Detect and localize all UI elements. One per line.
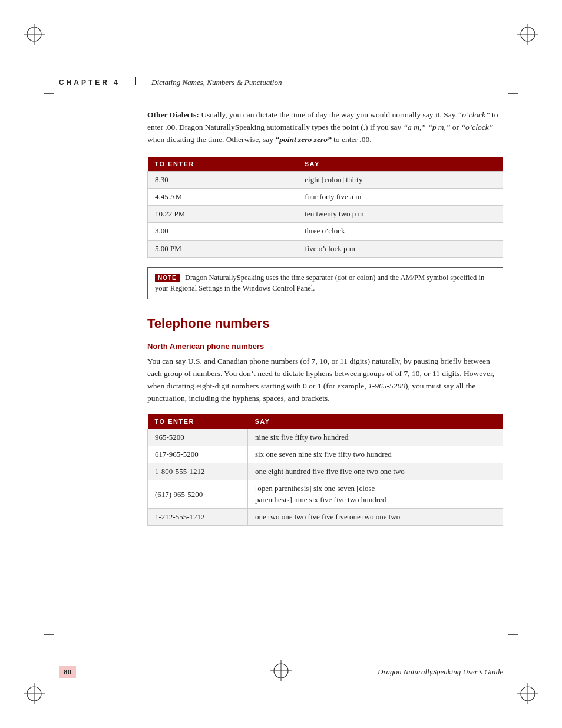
phone-table-header-enter: TO ENTER	[148, 414, 248, 429]
other-dialects-paragraph: Other Dialects: Usually, you can dictate…	[147, 109, 503, 146]
time-table-cell-enter: 4.45 AM	[148, 188, 297, 205]
time-table-row: 3.00three o’clock	[148, 223, 503, 240]
north-american-subsection-heading: North American phone numbers	[147, 342, 503, 351]
tick-right-bottom	[508, 634, 518, 635]
page-number: 80	[59, 666, 76, 678]
time-table-cell-enter: 3.00	[148, 223, 297, 240]
time-table-cell-say: three o’clock	[297, 223, 503, 240]
phone-table-cell-enter: 1-212-555-1212	[148, 508, 248, 525]
chapter-title: Dictating Names, Numbers & Punctuation	[151, 78, 282, 87]
phone-table-cell-say: one eight hundred five five five one two…	[248, 463, 503, 480]
phone-table: TO ENTER SAY 965-5200nine six five fifty…	[147, 414, 503, 526]
time-table-row: 10.22 PMten twenty two p m	[148, 206, 503, 223]
time-table-row: 8.30eight [colon] thirty	[148, 171, 503, 188]
time-table-cell-enter: 10.22 PM	[148, 206, 297, 223]
corner-mark-bl	[24, 683, 45, 704]
phone-table-row: 1-212-555-1212one two one two five five …	[148, 508, 503, 525]
phone-table-header-say: SAY	[248, 414, 503, 429]
time-table-cell-say: four forty five a m	[297, 188, 503, 205]
phone-table-cell-enter: (617) 965-5200	[148, 480, 248, 508]
phone-table-cell-say: six one seven nine six five fifty two hu…	[248, 446, 503, 463]
time-table-cell-enter: 5.00 PM	[148, 240, 297, 257]
corner-mark-tr	[517, 24, 538, 45]
chapter-label: CHAPTER 4	[59, 78, 120, 87]
phone-table-cell-enter: 965-5200	[148, 429, 248, 446]
note-label: NOTE	[155, 274, 180, 282]
other-dialects-am: “a m,”	[404, 123, 426, 131]
time-table-cell-enter: 8.30	[148, 171, 297, 188]
time-table-header-enter: TO ENTER	[148, 157, 297, 172]
phone-table-cell-say: nine six five fifty two hundred	[248, 429, 503, 446]
phone-table-row: 1-800-555-1212one eight hundred five fiv…	[148, 463, 503, 480]
other-dialects-body6: to enter .00.	[333, 135, 371, 144]
phone-table-cell-say: one two one two five five five one two o…	[248, 508, 503, 525]
time-table-row: 4.45 AMfour forty five a m	[148, 188, 503, 205]
time-table-cell-say: five o’clock p m	[297, 240, 503, 257]
phone-table-row: (617) 965-5200[open parenthesis] six one…	[148, 480, 503, 508]
telephone-section-heading: Telephone numbers	[147, 316, 503, 331]
time-table-row: 5.00 PMfive o’clock p m	[148, 240, 503, 257]
phone-table-header-row: TO ENTER SAY	[148, 414, 503, 429]
tick-right-top	[508, 93, 518, 94]
time-table-cell-say: eight [colon] thirty	[297, 171, 503, 188]
phone-table-row: 965-5200nine six five fifty two hundred	[148, 429, 503, 446]
footer-title: Dragon NaturallySpeaking User’s Guide	[378, 667, 503, 677]
time-table-header-say: SAY	[297, 157, 503, 172]
other-dialects-label: Other Dialects:	[147, 110, 199, 119]
page-header: CHAPTER 4 Dictating Names, Numbers & Pun…	[59, 77, 503, 87]
other-dialects-point-zero: “point zero zero”	[275, 135, 331, 144]
page-footer: 80 Dragon NaturallySpeaking User’s Guide	[59, 666, 503, 678]
phone-table-cell-enter: 1-800-555-1212	[148, 463, 248, 480]
page: CHAPTER 4 Dictating Names, Numbers & Pun…	[0, 0, 562, 728]
phone-table-cell-enter: 617-965-5200	[148, 446, 248, 463]
note-box: NOTE Dragon NaturallySpeaking uses the t…	[147, 267, 503, 300]
other-dialects-body4: or	[452, 123, 461, 131]
time-table-cell-say: ten twenty two p m	[297, 206, 503, 223]
main-content: Other Dialects: Usually, you can dictate…	[147, 109, 503, 535]
tick-left-top	[44, 93, 54, 94]
note-text: Dragon NaturallySpeaking uses the time s…	[155, 274, 484, 293]
footer-center-tick	[270, 660, 292, 684]
other-dialects-oclock2: “o’clock”	[461, 123, 493, 131]
other-dialects-body5: when dictating the time. Otherwise, say	[147, 135, 275, 144]
other-dialects-oclock1: “o’clock”	[458, 110, 490, 119]
tick-left-bottom	[44, 634, 54, 635]
telephone-example: 1-965-5200	[368, 381, 405, 390]
corner-mark-br	[517, 683, 538, 704]
other-dialects-body1: Usually, you can dictate the time of day…	[201, 110, 458, 119]
time-table-header-row: TO ENTER SAY	[148, 157, 503, 172]
time-table: TO ENTER SAY 8.30eight [colon] thirty4.4…	[147, 157, 503, 258]
other-dialects-pm: “p m,”	[428, 123, 450, 131]
phone-table-cell-say: [open parenthesis] six one seven [close …	[248, 480, 503, 508]
phone-table-row: 617-965-5200six one seven nine six five …	[148, 446, 503, 463]
header-divider	[135, 77, 136, 85]
telephone-body-para: You can say U.S. and Canadian phone numb…	[147, 355, 503, 405]
corner-mark-tl	[24, 24, 45, 45]
